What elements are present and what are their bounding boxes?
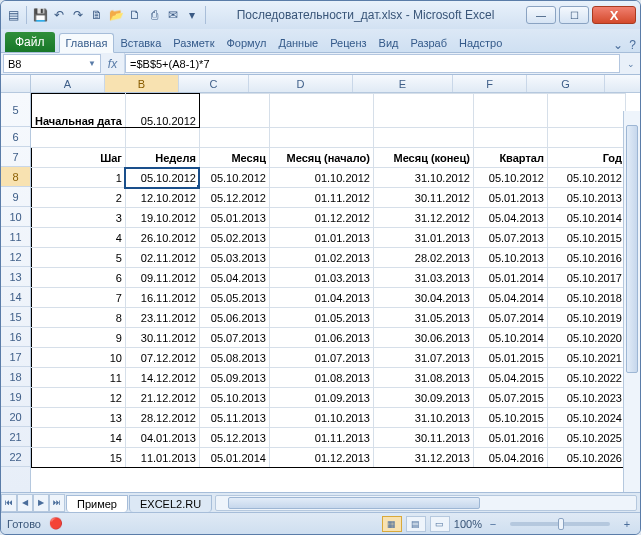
cell[interactable]: Год (547, 148, 625, 168)
horizontal-scrollbar[interactable] (215, 495, 637, 511)
cell[interactable]: 30.06.2013 (373, 328, 473, 348)
cell[interactable]: 28.02.2013 (373, 248, 473, 268)
cell[interactable]: 02.11.2012 (125, 248, 199, 268)
cell[interactable]: 05.10.2014 (547, 208, 625, 228)
cell[interactable]: 01.01.2013 (269, 228, 373, 248)
row-header[interactable]: 8 (1, 167, 30, 187)
row-header[interactable]: 10 (1, 207, 30, 227)
row-header[interactable]: 18 (1, 367, 30, 387)
cell[interactable]: 31.01.2013 (373, 228, 473, 248)
qat-dropdown-icon[interactable]: ▾ (184, 7, 200, 23)
cell[interactable]: Месяц (конец) (373, 148, 473, 168)
cell[interactable]: 05.04.2013 (473, 208, 547, 228)
vertical-scrollbar[interactable] (623, 111, 640, 492)
tab-formulas[interactable]: Формул (220, 34, 272, 52)
view-normal-icon[interactable]: ▦ (382, 516, 402, 532)
sheet-tab[interactable]: EXCEL2.RU (129, 495, 212, 512)
cell[interactable]: 23.11.2012 (125, 308, 199, 328)
cell[interactable] (473, 128, 547, 148)
cell[interactable] (32, 128, 126, 148)
cell[interactable]: 01.12.2012 (269, 208, 373, 228)
redo-icon[interactable]: ↷ (70, 7, 86, 23)
cell[interactable]: 05.07.2013 (473, 228, 547, 248)
cell[interactable]: 05.10.2015 (473, 408, 547, 428)
cell[interactable]: 05.10.2020 (547, 328, 625, 348)
cell[interactable]: 05.10.2026 (547, 448, 625, 468)
row-header[interactable]: 7 (1, 147, 30, 167)
cell[interactable]: Квартал (473, 148, 547, 168)
name-box[interactable]: B8 ▼ (3, 54, 101, 73)
tab-nav-prev-icon[interactable]: ◀ (17, 494, 33, 512)
cell[interactable]: 05.10.2014 (473, 328, 547, 348)
file-tab[interactable]: Файл (5, 32, 55, 52)
print-preview-icon[interactable]: 🗎 (89, 7, 105, 23)
cell[interactable]: 14 (32, 428, 126, 448)
cell[interactable]: 19.10.2012 (125, 208, 199, 228)
quickprint-icon[interactable]: ⎙ (146, 7, 162, 23)
cell[interactable] (269, 94, 373, 128)
cell[interactable]: 1 (32, 168, 126, 188)
cell[interactable]: 9 (32, 328, 126, 348)
zoom-slider[interactable] (510, 522, 610, 526)
tab-home[interactable]: Главная (59, 33, 115, 53)
cell[interactable]: 01.11.2012 (269, 188, 373, 208)
cell[interactable]: 05.10.2025 (547, 428, 625, 448)
cell[interactable]: 01.06.2013 (269, 328, 373, 348)
cell[interactable]: 05.12.2013 (199, 428, 269, 448)
mail-icon[interactable]: ✉ (165, 7, 181, 23)
undo-icon[interactable]: ↶ (51, 7, 67, 23)
record-macro-icon[interactable]: 🔴 (49, 517, 63, 530)
cell[interactable]: 31.05.2013 (373, 308, 473, 328)
tab-layout[interactable]: Разметк (167, 34, 220, 52)
cell[interactable] (269, 128, 373, 148)
cell[interactable]: 05.10.2015 (547, 228, 625, 248)
zoom-out-button[interactable]: − (486, 518, 500, 530)
row-header[interactable]: 13 (1, 267, 30, 287)
cell[interactable]: 30.11.2012 (373, 188, 473, 208)
cell[interactable]: 05.10.2016 (547, 248, 625, 268)
cell[interactable]: Начальная дата (32, 94, 126, 128)
cell[interactable]: 01.11.2013 (269, 428, 373, 448)
scrollbar-thumb[interactable] (228, 497, 480, 509)
cell[interactable]: 05.04.2013 (199, 268, 269, 288)
scrollbar-thumb[interactable] (626, 125, 638, 373)
cell[interactable]: 05.04.2016 (473, 448, 547, 468)
save-icon[interactable]: 💾 (32, 7, 48, 23)
cell[interactable] (125, 128, 199, 148)
cell[interactable]: 4 (32, 228, 126, 248)
col-header-c[interactable]: C (179, 75, 249, 92)
row-header[interactable]: 16 (1, 327, 30, 347)
cell[interactable]: 7 (32, 288, 126, 308)
cell[interactable]: 07.12.2012 (125, 348, 199, 368)
maximize-button[interactable]: ☐ (559, 6, 589, 24)
cell[interactable]: 14.12.2012 (125, 368, 199, 388)
cell[interactable]: Шаг (32, 148, 126, 168)
cell[interactable]: 11.01.2013 (125, 448, 199, 468)
cell[interactable] (199, 94, 269, 128)
view-layout-icon[interactable]: ▤ (406, 516, 426, 532)
tab-view[interactable]: Вид (373, 34, 405, 52)
tab-insert[interactable]: Вставка (114, 34, 167, 52)
cell[interactable] (547, 128, 625, 148)
row-header[interactable]: 19 (1, 387, 30, 407)
row-header[interactable]: 20 (1, 407, 30, 427)
cell[interactable]: 05.09.2013 (199, 368, 269, 388)
cell[interactable]: 8 (32, 308, 126, 328)
cell[interactable]: 05.01.2014 (473, 268, 547, 288)
row-header[interactable]: 5 (1, 93, 30, 127)
cell[interactable]: 15 (32, 448, 126, 468)
cell[interactable]: 30.04.2013 (373, 288, 473, 308)
row-header[interactable]: 21 (1, 427, 30, 447)
name-box-dropdown-icon[interactable]: ▼ (88, 59, 96, 68)
zoom-slider-thumb[interactable] (558, 518, 564, 530)
cell[interactable]: 05.03.2013 (199, 248, 269, 268)
cell[interactable]: 05.10.2017 (547, 268, 625, 288)
cell[interactable]: 05.08.2013 (199, 348, 269, 368)
cell[interactable]: 11 (32, 368, 126, 388)
cell[interactable]: 31.12.2013 (373, 448, 473, 468)
select-all-corner[interactable] (1, 75, 31, 92)
cell[interactable]: Месяц (199, 148, 269, 168)
row-header[interactable]: 12 (1, 247, 30, 267)
col-header-b[interactable]: B (105, 75, 179, 92)
cell[interactable]: 10 (32, 348, 126, 368)
